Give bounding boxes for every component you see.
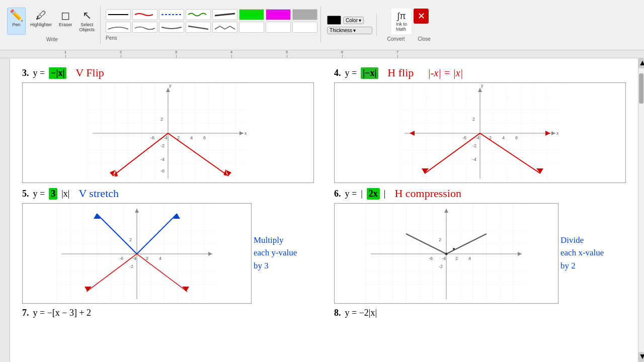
problem-5-highlight: 3 (49, 188, 57, 200)
pen-style-green[interactable] (239, 9, 264, 20)
problem-3: 3. y = −|x| V Flip (22, 66, 314, 183)
toolbar: ✏️ Pen 🖊 Highlighter ◻ Eraser ↖ SelectOb… (0, 0, 644, 50)
pen-label: Pen (12, 22, 20, 27)
svg-text:-2: -2 (472, 143, 476, 148)
pen-style-1[interactable] (106, 9, 131, 20)
pen-style-pink[interactable] (266, 9, 291, 20)
select-label: SelectObjects (79, 22, 95, 32)
select-icon: ↖ (83, 10, 92, 21)
problem-7: 7. y = −[x − 3] + 2 (22, 308, 314, 318)
svg-text:-6: -6 (150, 135, 154, 140)
problem-4-note: |-x| = |x| (428, 67, 463, 79)
svg-text:4: 4 (159, 256, 162, 261)
svg-text:-2: -2 (160, 143, 165, 148)
pen-style-5[interactable] (212, 9, 237, 20)
svg-text:2: 2 (146, 256, 148, 261)
svg-text:-2: -2 (439, 264, 443, 269)
scroll-thumb[interactable] (639, 73, 643, 104)
convert-row: ∫π Ink toMath ✕ (391, 9, 429, 34)
eraser-label: Eraser (59, 22, 72, 27)
problem-5-eq-start: y = (33, 189, 45, 199)
svg-text:-6: -6 (119, 256, 123, 261)
pen-style-7[interactable] (132, 22, 157, 33)
highlighter-button[interactable]: 🖊 Highlighter (28, 8, 54, 35)
svg-text:4: 4 (502, 135, 505, 140)
highlighter-icon: 🖊 (36, 10, 47, 21)
scroll-down-arrow[interactable]: ▼ (638, 352, 644, 362)
pen-style-8[interactable] (159, 22, 184, 33)
scrollbar[interactable]: ▲ ▼ (638, 58, 644, 362)
problem-6-highlight: 2x (367, 188, 380, 200)
problem-5-note: Multiplyeach y-valueby 3 (254, 187, 314, 304)
graph-6-svg: -6 -4 2 4 2 -2 (335, 204, 558, 304)
controls-section: Color ▾ Thickness ▾ (323, 14, 377, 36)
svg-text:-4: -4 (442, 256, 446, 261)
problem-6-eq-pipe2: | (384, 189, 386, 199)
page-area: 3. y = −|x| V Flip (10, 58, 638, 362)
svg-text:y: y (481, 83, 484, 88)
thickness-row: Thickness ▾ (327, 27, 372, 34)
problem-3-num: 3. (22, 68, 29, 78)
svg-text:-2: -2 (129, 264, 133, 269)
convert-labels: Convert Close (383, 36, 437, 42)
pen-style-12[interactable] (266, 22, 291, 33)
problem-6-num: 6. (334, 189, 341, 199)
pen-style-gray[interactable] (292, 9, 317, 20)
select-objects-button[interactable]: ↖ SelectObjects (77, 8, 98, 35)
pen-style-3[interactable] (159, 9, 184, 20)
ruler-num-2: 2 (120, 50, 122, 54)
ink-to-math-button[interactable]: ∫π Ink toMath (391, 9, 412, 34)
problem-3-eq-start: y = (33, 68, 45, 78)
eraser-button[interactable]: ◻ Eraser (56, 8, 75, 35)
svg-text:-4: -4 (160, 157, 165, 162)
pen-style-9[interactable] (186, 22, 211, 33)
thickness-label: Thickness (330, 28, 352, 33)
svg-text:-4: -4 (472, 157, 476, 162)
scroll-up-arrow[interactable]: ▲ (638, 58, 644, 68)
pens-section: Pens (103, 7, 321, 43)
problem-6-container: 6. y = | 2x | H compression (334, 187, 626, 304)
bottom-problems: 7. y = −[x − 3] + 2 8. y = −2|x| (22, 308, 626, 318)
problem-8-num: 8. (334, 308, 341, 318)
ruler-tick-1 (65, 55, 66, 58)
ruler-num-6: 6 (341, 50, 343, 54)
pen-icon: ✏️ (10, 10, 23, 21)
ruler-num-5: 5 (286, 50, 288, 54)
color-swatch[interactable] (327, 16, 341, 25)
ruler-tick-4 (231, 55, 232, 58)
ruler: 1 2 3 4 5 6 7 (0, 50, 644, 58)
graph-4: x y -6 -4 2 4 6 2 -2 -4 (334, 82, 626, 183)
pen-style-4[interactable] (186, 9, 211, 20)
pen-style-11[interactable] (239, 22, 264, 33)
pen-style-6[interactable] (106, 22, 131, 33)
pen-style-2[interactable] (132, 9, 157, 20)
stop-inking-icon: ✕ (418, 11, 425, 22)
problem-4-highlight: |−x| (361, 67, 378, 79)
thickness-dropdown[interactable]: Thickness ▾ (327, 27, 372, 34)
pen-style-13[interactable] (292, 22, 317, 33)
pen-row-top (106, 9, 317, 20)
problem-3-transform: V Flip (75, 66, 104, 79)
svg-text:2: 2 (129, 237, 132, 242)
svg-text:y: y (169, 83, 172, 88)
main-content: 3. y = −|x| V Flip (0, 58, 644, 362)
svg-text:2: 2 (455, 256, 458, 261)
problem-5-transform: V stretch (78, 187, 119, 200)
problem-5-num: 5. (22, 189, 29, 199)
pen-style-10[interactable] (212, 22, 237, 33)
pen-button[interactable]: ✏️ Pen (7, 8, 26, 35)
svg-text:-6: -6 (429, 256, 433, 261)
color-label: Color (346, 18, 358, 23)
stop-inking-button[interactable]: ✕ (414, 9, 429, 24)
svg-text:6: 6 (203, 135, 206, 140)
graph-3: x y -6 -4 2 4 6 2 -2 -4 -6 (22, 82, 314, 183)
ruler-tick-2 (121, 55, 121, 58)
color-dropdown[interactable]: Color ▾ (343, 17, 364, 24)
convert-label: Convert (383, 36, 409, 42)
problem-6-eq-pipe: | (361, 189, 363, 199)
color-chevron-icon: ▾ (359, 18, 361, 23)
problem-5-eq-end: |x| (61, 189, 69, 199)
problem-8-eq: y = −2|x| (345, 308, 377, 318)
ruler-tick-3 (176, 55, 177, 58)
svg-text:x: x (245, 131, 247, 136)
